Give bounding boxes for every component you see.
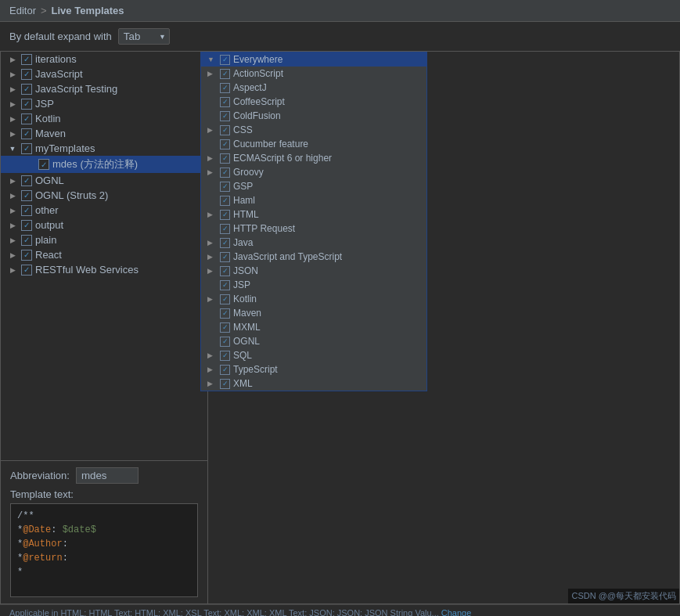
dd-checkbox-aspectj[interactable]: ✓ — [220, 83, 230, 93]
checkbox-kotlin[interactable]: ✓ — [21, 113, 32, 124]
dd-checkbox-java[interactable]: ✓ — [220, 238, 230, 248]
dd-label-js-ts: JavaScript and TypeScript — [233, 251, 342, 262]
dd-checkbox-html[interactable]: ✓ — [220, 210, 230, 220]
right-panel: ▼ ✓ Everywhere ▶ ✓ ActionScript ✓ Aspect… — [207, 51, 680, 604]
dd-label-xml: XML — [233, 378, 253, 389]
template-code-area[interactable]: /** *@Date: $date$ *@Author: *@return: * — [10, 503, 198, 597]
dd-item-http[interactable]: ✓ HTTP Request — [201, 222, 426, 236]
dd-item-cucumber[interactable]: ✓ Cucumber feature — [201, 137, 426, 151]
abbreviation-input[interactable] — [76, 467, 139, 484]
dd-item-json[interactable]: ▶ ✓ JSON — [201, 264, 426, 278]
dd-item-js-ts[interactable]: ▶ ✓ JavaScript and TypeScript — [201, 250, 426, 264]
dd-checkbox-ognl-dd[interactable]: ✓ — [220, 337, 230, 347]
tree-item-mdes[interactable]: ✓ mdes (方法的注释) — [1, 156, 207, 173]
dd-checkbox-gsp[interactable]: ✓ — [220, 182, 230, 192]
dd-item-actionscript[interactable]: ▶ ✓ ActionScript — [201, 67, 426, 81]
header: Editor > Live Templates — [0, 0, 680, 22]
checkbox-maven[interactable]: ✓ — [21, 128, 32, 139]
dd-item-mxml[interactable]: ✓ MXML — [201, 320, 426, 334]
dd-item-everywhere[interactable]: ▼ ✓ Everywhere — [201, 52, 426, 67]
tree-item-react[interactable]: ▶ ✓ React — [1, 247, 207, 262]
checkbox-output[interactable]: ✓ — [21, 220, 32, 231]
tree-item-mytemplates[interactable]: ▼ ✓ myTemplates — [1, 141, 207, 156]
dd-item-java[interactable]: ▶ ✓ Java — [201, 236, 426, 250]
checkbox-react[interactable]: ✓ — [21, 250, 32, 261]
tree-item-javascript-testing[interactable]: ▶ ✓ JavaScript Testing — [1, 81, 207, 96]
dd-item-xml[interactable]: ▶ ✓ XML — [201, 376, 426, 391]
dd-item-jsp-dd[interactable]: ✓ JSP — [201, 278, 426, 292]
checkbox-ognl[interactable]: ✓ — [21, 175, 32, 186]
dd-checkbox-ecmascript[interactable]: ✓ — [220, 153, 230, 164]
checkbox-ognl-struts[interactable]: ✓ — [21, 190, 32, 201]
tree-item-other[interactable]: ▶ ✓ other — [1, 203, 207, 218]
dd-item-html[interactable]: ▶ ✓ HTML — [201, 207, 426, 222]
checkbox-javascript[interactable]: ✓ — [21, 69, 32, 80]
dd-checkbox-coldfusion[interactable]: ✓ — [220, 111, 230, 121]
dd-item-coldfusion[interactable]: ✓ ColdFusion — [201, 109, 426, 123]
dd-item-coffeescript[interactable]: ✓ CoffeeScript — [201, 95, 426, 109]
dd-checkbox-js-ts[interactable]: ✓ — [220, 252, 230, 262]
checkbox-other[interactable]: ✓ — [21, 205, 32, 216]
dd-item-aspectj[interactable]: ✓ AspectJ — [201, 81, 426, 95]
template-tree[interactable]: ▶ ✓ iterations ▶ ✓ JavaScript ▶ ✓ JavaSc… — [1, 52, 207, 460]
dd-checkbox-everywhere[interactable]: ✓ — [220, 55, 230, 65]
dd-label-html: HTML — [233, 209, 259, 220]
checkbox-mytemplates[interactable]: ✓ — [21, 143, 32, 154]
tree-item-plain[interactable]: ▶ ✓ plain — [1, 232, 207, 247]
dd-checkbox-coffeescript[interactable]: ✓ — [220, 97, 230, 107]
dd-checkbox-xml[interactable]: ✓ — [220, 379, 230, 389]
tree-item-javascript[interactable]: ▶ ✓ JavaScript — [1, 67, 207, 81]
dd-checkbox-haml[interactable]: ✓ — [220, 196, 230, 206]
dd-item-haml[interactable]: ✓ Haml — [201, 193, 426, 207]
checkbox-javascript-testing[interactable]: ✓ — [21, 84, 32, 95]
dd-checkbox-kotlin-dd[interactable]: ✓ — [220, 294, 230, 304]
dd-item-groovy[interactable]: ▶ ✓ Groovy — [201, 165, 426, 179]
checkbox-restful[interactable]: ✓ — [21, 265, 32, 276]
tree-item-ognl-struts[interactable]: ▶ ✓ OGNL (Struts 2) — [1, 188, 207, 203]
dd-checkbox-sql[interactable]: ✓ — [220, 351, 230, 361]
dd-checkbox-groovy[interactable]: ✓ — [220, 168, 230, 178]
arrow-icon: ▶ — [7, 205, 18, 216]
dd-checkbox-maven-dd[interactable]: ✓ — [220, 308, 230, 319]
dd-checkbox-mxml[interactable]: ✓ — [220, 322, 230, 333]
dd-arrow-icon: ▶ — [207, 380, 217, 387]
dd-checkbox-actionscript[interactable]: ✓ — [220, 69, 230, 79]
dd-checkbox-http[interactable]: ✓ — [220, 224, 230, 234]
tree-item-iterations[interactable]: ▶ ✓ iterations — [1, 52, 207, 67]
checkbox-iterations[interactable]: ✓ — [21, 54, 32, 65]
tree-item-jsp[interactable]: ▶ ✓ JSP — [1, 96, 207, 111]
dd-checkbox-json[interactable]: ✓ — [220, 266, 230, 276]
dd-checkbox-typescript[interactable]: ✓ — [220, 365, 230, 375]
arrow-icon: ▶ — [7, 235, 18, 246]
code-line-5: * — [17, 565, 191, 579]
dd-item-css[interactable]: ▶ ✓ CSS — [201, 123, 426, 137]
tree-item-kotlin[interactable]: ▶ ✓ Kotlin — [1, 111, 207, 126]
tree-item-ognl[interactable]: ▶ ✓ OGNL — [1, 173, 207, 188]
dd-checkbox-cucumber[interactable]: ✓ — [220, 139, 230, 149]
dd-checkbox-jsp-dd[interactable]: ✓ — [220, 280, 230, 290]
tree-item-restful[interactable]: ▶ ✓ RESTful Web Services — [1, 262, 207, 277]
left-panel: ▶ ✓ iterations ▶ ✓ JavaScript ▶ ✓ JavaSc… — [0, 51, 207, 604]
dd-checkbox-css[interactable]: ✓ — [220, 125, 230, 135]
dd-item-sql[interactable]: ▶ ✓ SQL — [201, 348, 426, 362]
checkbox-plain[interactable]: ✓ — [21, 235, 32, 246]
dd-item-ognl-dd[interactable]: ✓ OGNL — [201, 334, 426, 348]
dd-item-kotlin-dd[interactable]: ▶ ✓ Kotlin — [201, 292, 426, 306]
change-link[interactable]: Change — [441, 608, 472, 616]
dd-label-sql: SQL — [233, 350, 252, 361]
context-dropdown[interactable]: ▼ ✓ Everywhere ▶ ✓ ActionScript ✓ Aspect… — [200, 52, 427, 391]
expand-select-wrapper[interactable]: Tab Enter Space — [118, 28, 170, 45]
dd-item-typescript[interactable]: ▶ ✓ TypeScript — [201, 362, 426, 376]
dd-item-maven-dd[interactable]: ✓ Maven — [201, 306, 426, 320]
applicable-text: Applicable in HTML: HTML Text; HTML; XML… — [9, 608, 439, 616]
tree-item-output[interactable]: ▶ ✓ output — [1, 218, 207, 232]
checkbox-mdes[interactable]: ✓ — [38, 159, 49, 170]
dd-arrow-icon: ▶ — [207, 168, 217, 176]
dd-item-gsp[interactable]: ✓ GSP — [201, 179, 426, 193]
checkbox-jsp[interactable]: ✓ — [21, 99, 32, 110]
dd-arrow-icon: ▶ — [207, 154, 217, 162]
dd-item-ecmascript[interactable]: ▶ ✓ ECMAScript 6 or higher — [201, 151, 426, 165]
arrow-icon: ▶ — [7, 220, 18, 231]
expand-select[interactable]: Tab Enter Space — [118, 28, 170, 45]
tree-item-maven[interactable]: ▶ ✓ Maven — [1, 126, 207, 141]
